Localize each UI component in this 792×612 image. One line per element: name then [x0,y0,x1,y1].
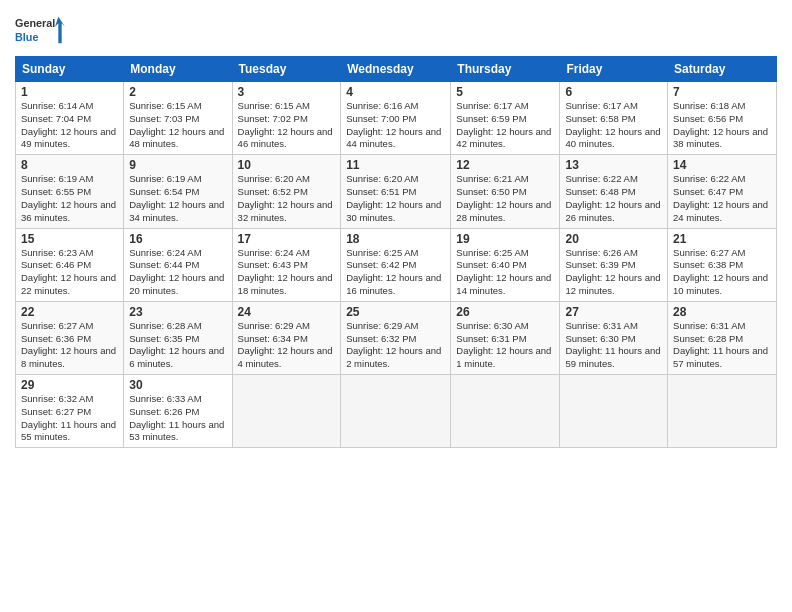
main-container: General Blue SundayMondayTuesdayWednesda… [0,0,792,458]
day-info: Sunrise: 6:29 AMSunset: 6:32 PMDaylight:… [346,320,445,371]
day-cell: 12 Sunrise: 6:21 AMSunset: 6:50 PMDaylig… [451,155,560,228]
day-cell: 13 Sunrise: 6:22 AMSunset: 6:48 PMDaylig… [560,155,668,228]
day-number: 25 [346,305,445,319]
day-cell: 11 Sunrise: 6:20 AMSunset: 6:51 PMDaylig… [341,155,451,228]
calendar-table: SundayMondayTuesdayWednesdayThursdayFrid… [15,56,777,448]
day-info: Sunrise: 6:33 AMSunset: 6:26 PMDaylight:… [129,393,226,444]
col-header-thursday: Thursday [451,57,560,82]
day-cell: 22 Sunrise: 6:27 AMSunset: 6:36 PMDaylig… [16,301,124,374]
day-number: 4 [346,85,445,99]
day-info: Sunrise: 6:27 AMSunset: 6:38 PMDaylight:… [673,247,771,298]
day-cell: 15 Sunrise: 6:23 AMSunset: 6:46 PMDaylig… [16,228,124,301]
day-number: 3 [238,85,336,99]
header: General Blue [15,10,777,50]
day-cell: 4 Sunrise: 6:16 AMSunset: 7:00 PMDayligh… [341,82,451,155]
day-number: 15 [21,232,118,246]
day-info: Sunrise: 6:24 AMSunset: 6:44 PMDaylight:… [129,247,226,298]
day-number: 8 [21,158,118,172]
day-info: Sunrise: 6:17 AMSunset: 6:59 PMDaylight:… [456,100,554,151]
day-cell: 19 Sunrise: 6:25 AMSunset: 6:40 PMDaylig… [451,228,560,301]
day-number: 20 [565,232,662,246]
day-cell: 29 Sunrise: 6:32 AMSunset: 6:27 PMDaylig… [16,375,124,448]
col-header-saturday: Saturday [668,57,777,82]
day-info: Sunrise: 6:31 AMSunset: 6:30 PMDaylight:… [565,320,662,371]
day-cell: 8 Sunrise: 6:19 AMSunset: 6:55 PMDayligh… [16,155,124,228]
col-header-sunday: Sunday [16,57,124,82]
week-row-4: 22 Sunrise: 6:27 AMSunset: 6:36 PMDaylig… [16,301,777,374]
week-row-1: 1 Sunrise: 6:14 AMSunset: 7:04 PMDayligh… [16,82,777,155]
day-number: 30 [129,378,226,392]
col-header-monday: Monday [124,57,232,82]
day-info: Sunrise: 6:25 AMSunset: 6:42 PMDaylight:… [346,247,445,298]
day-info: Sunrise: 6:28 AMSunset: 6:35 PMDaylight:… [129,320,226,371]
day-cell: 5 Sunrise: 6:17 AMSunset: 6:59 PMDayligh… [451,82,560,155]
day-info: Sunrise: 6:18 AMSunset: 6:56 PMDaylight:… [673,100,771,151]
day-cell: 9 Sunrise: 6:19 AMSunset: 6:54 PMDayligh… [124,155,232,228]
day-number: 11 [346,158,445,172]
day-info: Sunrise: 6:23 AMSunset: 6:46 PMDaylight:… [21,247,118,298]
day-number: 5 [456,85,554,99]
day-cell: 24 Sunrise: 6:29 AMSunset: 6:34 PMDaylig… [232,301,341,374]
day-info: Sunrise: 6:20 AMSunset: 6:52 PMDaylight:… [238,173,336,224]
day-number: 26 [456,305,554,319]
day-cell [232,375,341,448]
day-cell [341,375,451,448]
day-cell: 2 Sunrise: 6:15 AMSunset: 7:03 PMDayligh… [124,82,232,155]
day-cell: 30 Sunrise: 6:33 AMSunset: 6:26 PMDaylig… [124,375,232,448]
day-cell [560,375,668,448]
day-cell: 23 Sunrise: 6:28 AMSunset: 6:35 PMDaylig… [124,301,232,374]
day-number: 18 [346,232,445,246]
day-cell: 21 Sunrise: 6:27 AMSunset: 6:38 PMDaylig… [668,228,777,301]
week-row-2: 8 Sunrise: 6:19 AMSunset: 6:55 PMDayligh… [16,155,777,228]
day-number: 29 [21,378,118,392]
day-cell: 18 Sunrise: 6:25 AMSunset: 6:42 PMDaylig… [341,228,451,301]
day-number: 6 [565,85,662,99]
day-info: Sunrise: 6:16 AMSunset: 7:00 PMDaylight:… [346,100,445,151]
day-number: 17 [238,232,336,246]
day-cell: 25 Sunrise: 6:29 AMSunset: 6:32 PMDaylig… [341,301,451,374]
logo-svg: General Blue [15,10,65,50]
day-number: 13 [565,158,662,172]
day-info: Sunrise: 6:30 AMSunset: 6:31 PMDaylight:… [456,320,554,371]
col-header-friday: Friday [560,57,668,82]
day-cell: 17 Sunrise: 6:24 AMSunset: 6:43 PMDaylig… [232,228,341,301]
svg-text:General: General [15,18,55,30]
day-cell: 27 Sunrise: 6:31 AMSunset: 6:30 PMDaylig… [560,301,668,374]
day-number: 19 [456,232,554,246]
day-number: 10 [238,158,336,172]
day-cell: 20 Sunrise: 6:26 AMSunset: 6:39 PMDaylig… [560,228,668,301]
day-info: Sunrise: 6:27 AMSunset: 6:36 PMDaylight:… [21,320,118,371]
day-info: Sunrise: 6:20 AMSunset: 6:51 PMDaylight:… [346,173,445,224]
day-number: 28 [673,305,771,319]
day-number: 1 [21,85,118,99]
day-number: 27 [565,305,662,319]
day-cell: 6 Sunrise: 6:17 AMSunset: 6:58 PMDayligh… [560,82,668,155]
day-info: Sunrise: 6:21 AMSunset: 6:50 PMDaylight:… [456,173,554,224]
day-info: Sunrise: 6:22 AMSunset: 6:48 PMDaylight:… [565,173,662,224]
day-info: Sunrise: 6:15 AMSunset: 7:03 PMDaylight:… [129,100,226,151]
day-number: 2 [129,85,226,99]
day-info: Sunrise: 6:15 AMSunset: 7:02 PMDaylight:… [238,100,336,151]
col-header-wednesday: Wednesday [341,57,451,82]
day-cell: 1 Sunrise: 6:14 AMSunset: 7:04 PMDayligh… [16,82,124,155]
day-cell: 28 Sunrise: 6:31 AMSunset: 6:28 PMDaylig… [668,301,777,374]
svg-text:Blue: Blue [15,31,38,43]
day-info: Sunrise: 6:25 AMSunset: 6:40 PMDaylight:… [456,247,554,298]
col-header-tuesday: Tuesday [232,57,341,82]
day-number: 23 [129,305,226,319]
day-info: Sunrise: 6:31 AMSunset: 6:28 PMDaylight:… [673,320,771,371]
day-number: 21 [673,232,771,246]
day-number: 7 [673,85,771,99]
day-cell: 14 Sunrise: 6:22 AMSunset: 6:47 PMDaylig… [668,155,777,228]
day-info: Sunrise: 6:26 AMSunset: 6:39 PMDaylight:… [565,247,662,298]
day-cell: 3 Sunrise: 6:15 AMSunset: 7:02 PMDayligh… [232,82,341,155]
day-info: Sunrise: 6:19 AMSunset: 6:55 PMDaylight:… [21,173,118,224]
day-number: 9 [129,158,226,172]
header-row: SundayMondayTuesdayWednesdayThursdayFrid… [16,57,777,82]
day-info: Sunrise: 6:29 AMSunset: 6:34 PMDaylight:… [238,320,336,371]
svg-marker-2 [55,17,65,44]
day-info: Sunrise: 6:32 AMSunset: 6:27 PMDaylight:… [21,393,118,444]
day-cell [668,375,777,448]
day-info: Sunrise: 6:22 AMSunset: 6:47 PMDaylight:… [673,173,771,224]
day-cell: 26 Sunrise: 6:30 AMSunset: 6:31 PMDaylig… [451,301,560,374]
